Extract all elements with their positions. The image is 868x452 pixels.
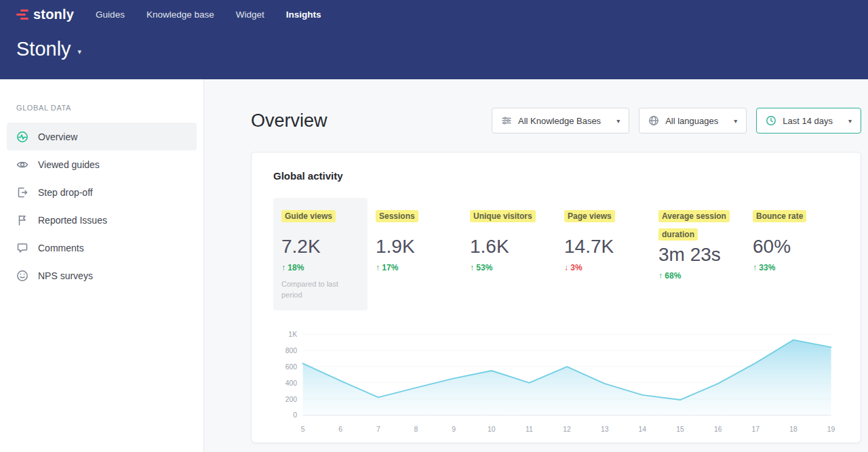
filters: All Knowledge Bases ▾ All languages ▾ La… [492, 108, 861, 133]
metric-value: 1.6K [470, 236, 548, 258]
sidebar: GLOBAL DATA Overview Viewed guides Step … [0, 79, 204, 452]
metric-value: 7.2K [281, 236, 359, 258]
global-activity-card: Global activity Guide views 7.2K ↑ 18% C… [251, 152, 861, 443]
sidebar-item-step-drop-off[interactable]: Step drop-off [7, 178, 197, 206]
metric-delta: ↑ 18% [281, 263, 359, 272]
sidebar-item-overview[interactable]: Overview [7, 123, 197, 150]
sidebar-item-comments[interactable]: Comments [7, 234, 197, 262]
svg-text:16: 16 [714, 426, 722, 433]
metric-delta: ↑ 17% [376, 263, 454, 272]
chevron-down-icon: ▾ [734, 117, 737, 125]
knowledge-base-filter[interactable]: All Knowledge Bases ▾ [492, 108, 629, 133]
metric-value: 3m 23s [658, 244, 736, 266]
chevron-down-icon: ▾ [848, 117, 852, 125]
nav-item-insights[interactable]: Insights [286, 5, 321, 24]
card-title: Global activity [273, 170, 839, 182]
activity-icon [16, 131, 28, 143]
svg-text:400: 400 [285, 379, 298, 387]
svg-text:18: 18 [789, 426, 797, 433]
drop-off-icon [16, 186, 28, 199]
svg-text:0: 0 [293, 411, 297, 419]
metric-label: Average session duration [658, 210, 730, 241]
sidebar-item-label: Viewed guides [38, 159, 100, 170]
svg-text:5: 5 [301, 426, 305, 433]
nav-item-guides[interactable]: Guides [96, 5, 125, 24]
workspace-row: Stonly ▾ [0, 28, 868, 79]
metric-sessions[interactable]: Sessions 1.9K ↑ 17% [368, 198, 462, 310]
logo-text: stonly [33, 7, 74, 22]
metric-value: 14.7K [564, 236, 642, 258]
sidebar-item-label: Step drop-off [38, 187, 93, 198]
navbar: stonly Guides Knowledge base Widget Insi… [0, 0, 868, 28]
svg-text:14: 14 [639, 426, 647, 433]
metric-label: Sessions [376, 210, 418, 222]
language-filter[interactable]: All languages ▾ [639, 108, 747, 133]
primary-nav: Guides Knowledge base Widget Insights [96, 5, 321, 24]
chevron-down-icon[interactable]: ▾ [78, 47, 82, 56]
sidebar-item-viewed-guides[interactable]: Viewed guides [7, 150, 197, 178]
global-activity-chart: 02004006008001K5678910111213141516171819 [273, 325, 839, 440]
metric-delta: ↑ 33% [753, 263, 831, 272]
svg-text:11: 11 [526, 426, 533, 433]
svg-text:6: 6 [338, 426, 342, 433]
metric-delta: ↑ 53% [470, 263, 548, 272]
sidebar-item-nps-surveys[interactable]: NPS surveys [7, 262, 197, 289]
metric-label: Unique visitors [470, 210, 536, 222]
metric-value: 1.9K [376, 236, 454, 258]
stonly-logo-icon [16, 9, 28, 20]
metric-delta: ↓ 3% [564, 263, 642, 272]
svg-text:1K: 1K [288, 331, 297, 338]
svg-text:12: 12 [563, 426, 571, 433]
svg-text:13: 13 [601, 426, 609, 433]
sidebar-item-reported-issues[interactable]: Reported Issues [7, 206, 197, 234]
metric-label: Page views [564, 210, 615, 222]
svg-text:600: 600 [285, 363, 298, 371]
nav-item-widget[interactable]: Widget [236, 5, 264, 24]
svg-text:17: 17 [752, 426, 760, 433]
metric-label: Guide views [281, 210, 336, 222]
sidebar-item-label: Overview [38, 131, 77, 142]
metric-unique-visitors[interactable]: Unique visitors 1.6K ↑ 53% [462, 198, 556, 310]
svg-text:9: 9 [452, 426, 456, 433]
clock-icon [766, 115, 776, 126]
filter-label: All Knowledge Bases [518, 116, 601, 126]
filter-label: All languages [665, 116, 718, 126]
sidebar-section-title: GLOBAL DATA [0, 104, 203, 112]
svg-text:800: 800 [285, 347, 298, 354]
area-chart: 02004006008001K5678910111213141516171819 [273, 325, 839, 440]
sidebar-item-label: Comments [38, 243, 84, 253]
svg-text:10: 10 [488, 426, 496, 433]
page-title: Overview [251, 110, 328, 131]
svg-text:200: 200 [285, 395, 298, 403]
sidebar-item-label: NPS surveys [38, 270, 93, 281]
main-content: Overview All Knowledge Bases ▾ All langu… [204, 79, 868, 452]
chevron-down-icon: ▾ [616, 117, 620, 125]
metric-avg-session-duration[interactable]: Average session duration 3m 23s ↑ 68% [650, 198, 745, 310]
metric-delta: ↑ 68% [658, 271, 736, 281]
smiley-icon [16, 270, 28, 282]
filter-label: Last 14 days [783, 116, 833, 126]
svg-text:19: 19 [827, 426, 835, 433]
comment-icon [16, 242, 28, 254]
metrics-row: Guide views 7.2K ↑ 18% Compared to last … [273, 198, 839, 310]
stonly-logo[interactable]: stonly [16, 7, 74, 22]
nav-item-knowledge-base[interactable]: Knowledge base [146, 5, 214, 24]
svg-text:15: 15 [676, 426, 684, 433]
sliders-icon [501, 115, 512, 126]
metric-value: 60% [753, 236, 831, 258]
metric-bounce-rate[interactable]: Bounce rate 60% ↑ 33% [745, 198, 839, 310]
metric-label: Bounce rate [753, 210, 806, 222]
workspace-title: Stonly [16, 38, 71, 60]
eye-icon [16, 159, 28, 171]
metric-page-views[interactable]: Page views 14.7K ↓ 3% [556, 198, 650, 310]
svg-text:8: 8 [414, 426, 418, 433]
sidebar-item-label: Reported Issues [38, 215, 107, 226]
globe-icon [648, 115, 659, 126]
metric-note: Compared to last period [281, 279, 356, 301]
metric-guide-views[interactable]: Guide views 7.2K ↑ 18% Compared to last … [273, 198, 368, 310]
flag-icon [16, 214, 28, 226]
top-header: stonly Guides Knowledge base Widget Insi… [0, 0, 868, 79]
date-range-filter[interactable]: Last 14 days ▾ [756, 108, 861, 133]
svg-text:7: 7 [376, 426, 380, 433]
